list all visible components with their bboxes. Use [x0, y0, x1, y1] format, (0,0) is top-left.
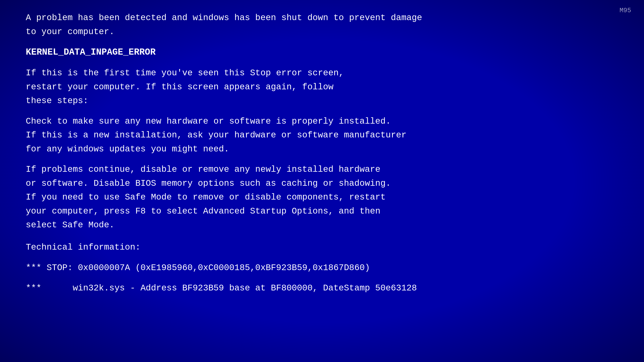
bsod-line-11: If you need to use Safe Mode to remove o… — [26, 190, 595, 204]
technical-header: Technical information: — [26, 240, 595, 254]
bsod-line-7: If this is a new installation, ask your … — [26, 128, 595, 142]
spacer-3 — [26, 108, 595, 114]
bsod-line-3: If this is the first time you've seen th… — [26, 66, 595, 80]
bsod-line-6: Check to make sure any new hardware or s… — [26, 114, 595, 128]
driver-line: *** win32k.sys - Address BF923B59 base a… — [26, 281, 595, 295]
spacer-6 — [26, 254, 595, 261]
bsod-line-13: select Safe Mode. — [26, 218, 595, 232]
bsod-screen: M95 A problem has been detected and wind… — [0, 0, 644, 362]
corner-label: M95 — [620, 5, 631, 16]
spacer-1 — [26, 39, 595, 45]
spacer-5 — [26, 232, 595, 239]
bsod-line-5: these steps: — [26, 94, 595, 108]
bsod-line-1: A problem has been detected and windows … — [26, 11, 595, 25]
bsod-content: A problem has been detected and windows … — [26, 11, 595, 295]
bsod-line-12: your computer, press F8 to select Advanc… — [26, 204, 595, 218]
bsod-line-9: If problems continue, disable or remove … — [26, 162, 595, 176]
error-code: KERNEL_DATA_INPAGE_ERROR — [26, 45, 595, 59]
bsod-line-10: or software. Disable BIOS memory options… — [26, 176, 595, 190]
spacer-2 — [26, 59, 595, 66]
stop-line: *** STOP: 0x0000007A (0xE1985960,0xC0000… — [26, 261, 595, 275]
bsod-line-4: restart your computer. If this screen ap… — [26, 80, 595, 94]
bsod-line-2: to your computer. — [26, 25, 595, 39]
bsod-line-8: for any windows updates you might need. — [26, 142, 595, 156]
spacer-4 — [26, 156, 595, 162]
spacer-7 — [26, 275, 595, 281]
